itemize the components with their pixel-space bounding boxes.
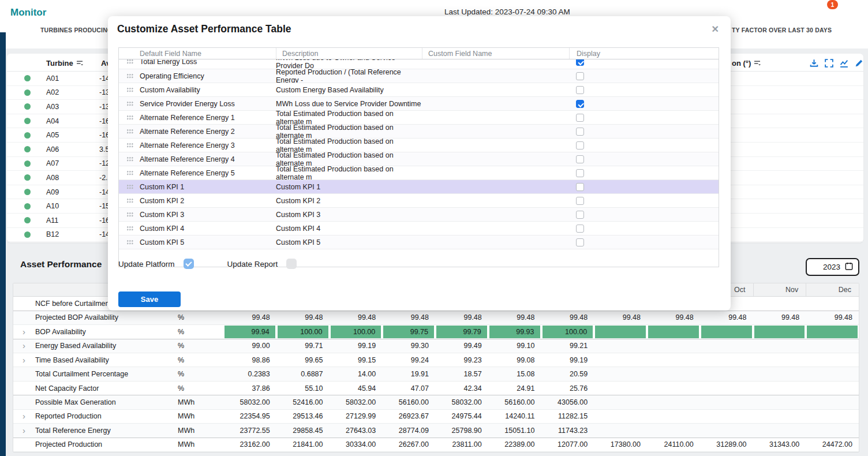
modal-field-row[interactable]: Alternate Reference Energy 1 Total Estim… [119, 111, 719, 125]
modal-field-table: Default Field Name Description Custom Fi… [118, 47, 719, 267]
asset-value-cell [700, 382, 753, 395]
field-name: Alternate Reference Energy 4 [140, 155, 276, 163]
drag-handle-icon[interactable] [127, 212, 134, 218]
modal-field-row[interactable]: Custom KPI 1 Custom KPI 1 [119, 180, 719, 194]
display-checkbox[interactable] [576, 114, 584, 122]
modal-field-row[interactable]: Total Energy Loss MWh Loss due to Owner … [119, 59, 719, 69]
display-checkbox[interactable] [576, 225, 584, 233]
panel-caption-turbines-producing: TURBINES PRODUCING [40, 27, 112, 33]
asset-table-row: › Total Curtailment Percentage % 0.23830… [13, 367, 859, 381]
expand-chevron-icon[interactable]: › [23, 426, 25, 435]
asset-row-label: Energy Based Availability [35, 342, 116, 350]
asset-value-cell: 26267.00 [382, 438, 435, 451]
drag-handle-icon[interactable] [127, 171, 134, 176]
modal-field-row[interactable]: Custom Availability Custom Energy Based … [119, 83, 719, 97]
display-checkbox[interactable] [576, 100, 584, 108]
asset-value-cell: 26923.67 [382, 410, 435, 423]
asset-value-cell [753, 339, 806, 353]
fullscreen-icon[interactable] [824, 58, 834, 68]
asset-value-cell: 22354.95 [223, 410, 276, 423]
drag-handle-icon[interactable] [127, 129, 134, 134]
field-description: Reported Production / (Total Reference E… [276, 69, 422, 83]
month-header: Nov [753, 283, 806, 296]
field-description: MWh Loss due to Service Provider Downtim… [276, 100, 422, 108]
modal-field-row[interactable]: Operating Efficiency Reported Production… [119, 69, 719, 83]
modal-field-row[interactable]: Custom KPI 4 Custom KPI 4 [119, 222, 719, 236]
modal-field-row[interactable]: Alternate Reference Energy 2 Total Estim… [119, 125, 719, 139]
save-button[interactable]: Save [118, 291, 181, 307]
asset-value-cell: 99.79 [435, 325, 488, 338]
modal-field-row[interactable]: Custom KPI 5 Custom KPI 5 [119, 236, 719, 249]
asset-row-values: 23162.0021841.0030334.0026267.0023811.00… [223, 438, 859, 451]
asset-value-cell [806, 325, 859, 338]
year-selector[interactable]: 2023 [806, 258, 859, 276]
asset-value-cell: 56160.00 [382, 395, 435, 409]
field-name: Service Provider Energy Loss [140, 100, 276, 108]
modal-field-row[interactable]: Custom KPI 2 Custom KPI 2 [119, 194, 719, 208]
edit-pencil-icon[interactable] [854, 58, 864, 68]
asset-value-cell [594, 410, 647, 423]
modal-field-row[interactable]: Service Provider Energy Loss MWh Loss du… [119, 97, 719, 111]
asset-value-cell: 15.08 [488, 367, 541, 380]
sort-icon[interactable] [754, 59, 761, 68]
display-checkbox[interactable] [576, 183, 584, 191]
app-logo[interactable]: Monitor [10, 7, 46, 18]
display-checkbox[interactable] [576, 141, 584, 149]
drag-handle-icon[interactable] [127, 240, 134, 245]
turbine-status-dot [24, 231, 31, 238]
close-icon[interactable]: ✕ [712, 24, 719, 35]
asset-value-cell: 58032.00 [330, 395, 383, 409]
drag-handle-icon[interactable] [127, 143, 134, 148]
turbine-status-dot [24, 160, 31, 167]
turbine-status-dot [24, 103, 31, 110]
drag-handle-icon[interactable] [127, 102, 134, 107]
expand-chevron-icon[interactable]: › [23, 327, 25, 336]
drag-handle-icon[interactable] [127, 157, 134, 162]
display-checkbox[interactable] [576, 155, 584, 163]
expand-chevron-icon[interactable]: › [23, 412, 25, 420]
expand-chevron-icon[interactable]: › [23, 341, 25, 350]
display-checkbox[interactable] [576, 238, 584, 246]
asset-value-cell: 14240.11 [488, 410, 541, 423]
display-checkbox[interactable] [576, 59, 584, 66]
download-icon[interactable] [809, 58, 819, 68]
drag-handle-icon[interactable] [127, 88, 134, 93]
turbine-id: A06 [46, 145, 59, 154]
modal-field-row[interactable]: Alternate Reference Energy 4 Total Estim… [119, 152, 719, 166]
drag-handle-icon[interactable] [127, 185, 134, 190]
drag-handle-icon[interactable] [127, 226, 134, 231]
expand-chevron-icon[interactable]: › [23, 356, 25, 364]
modal-field-row[interactable]: Alternate Reference Energy 3 Total Estim… [119, 139, 719, 152]
field-description: Custom Energy Based Availability [276, 86, 422, 94]
display-checkbox[interactable] [576, 197, 584, 205]
asset-value-cell: 47.07 [382, 382, 435, 395]
drag-handle-icon[interactable] [127, 199, 134, 204]
line-chart-icon[interactable] [839, 58, 849, 68]
modal-field-row[interactable]: Alternate Reference Energy 5 Total Estim… [119, 166, 719, 180]
display-checkbox[interactable] [576, 169, 584, 177]
update-platform-checkbox[interactable] [184, 259, 194, 269]
asset-value-cell: 24.91 [488, 382, 541, 395]
asset-value-cell [753, 297, 806, 310]
update-report-checkbox[interactable] [286, 259, 297, 269]
drag-handle-icon[interactable] [127, 74, 134, 79]
asset-value-cell [700, 424, 753, 437]
display-checkbox[interactable] [576, 86, 584, 94]
drag-handle-icon[interactable] [127, 115, 134, 121]
asset-value-cell: 23162.00 [223, 438, 276, 451]
sort-icon[interactable] [76, 59, 83, 68]
asset-row-label: Reported Production [35, 412, 102, 420]
asset-value-cell [594, 339, 647, 353]
asset-value-cell [700, 367, 753, 380]
display-checkbox[interactable] [576, 211, 584, 219]
turbine-id: A11 [46, 216, 58, 225]
modal-field-row[interactable]: Custom KPI 3 Custom KPI 3 [119, 208, 719, 222]
turbine-id: A09 [46, 188, 59, 196]
asset-value-cell [806, 339, 859, 353]
display-checkbox[interactable] [576, 128, 584, 136]
drag-handle-icon[interactable] [127, 59, 134, 65]
year-value: 2023 [823, 263, 840, 271]
asset-value-cell [594, 325, 647, 338]
turbine-column-header: Turbine [46, 59, 83, 68]
display-checkbox[interactable] [576, 72, 584, 80]
